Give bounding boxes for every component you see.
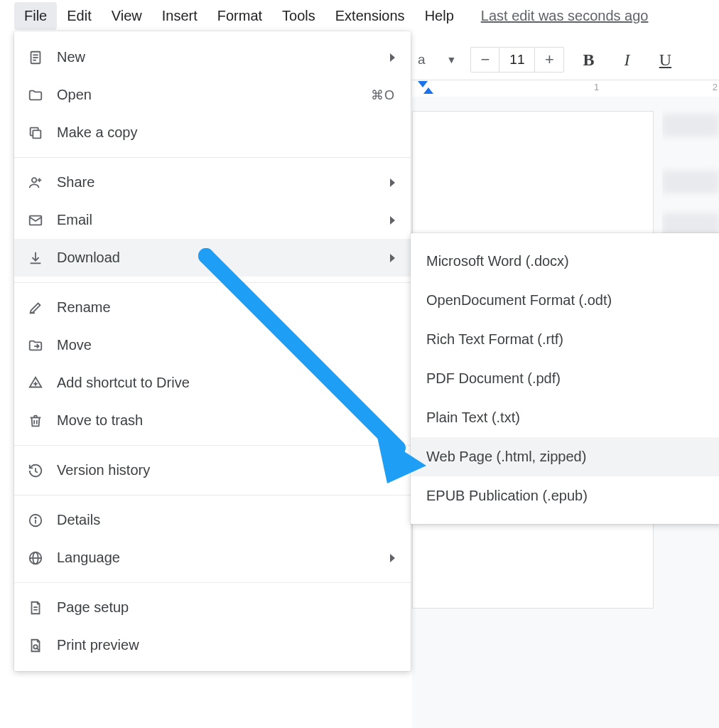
font-size-value[interactable]: 11 bbox=[499, 48, 535, 72]
menubar: File Edit View Insert Format Tools Exten… bbox=[0, 0, 719, 31]
svg-point-22 bbox=[33, 645, 38, 649]
file-menu-print-preview[interactable]: Print preview bbox=[14, 626, 411, 664]
menu-help[interactable]: Help bbox=[415, 2, 464, 30]
folder-icon bbox=[27, 87, 44, 104]
chevron-right-icon bbox=[390, 53, 395, 62]
menu-item-label: Share bbox=[57, 174, 377, 191]
font-family-dropdown[interactable]: a ▼ bbox=[412, 49, 462, 70]
menu-item-label: Version history bbox=[57, 462, 377, 478]
submenu-item-label: Microsoft Word (.docx) bbox=[426, 253, 569, 269]
submenu-item-label: Web Page (.html, zipped) bbox=[426, 449, 586, 465]
drive-add-icon bbox=[27, 375, 44, 392]
menu-item-shortcut: ⌘O bbox=[371, 87, 395, 103]
menu-separator bbox=[14, 495, 411, 496]
font-size-increase-button[interactable]: + bbox=[535, 48, 563, 72]
mail-icon bbox=[27, 212, 44, 229]
file-menu-download[interactable]: Download bbox=[14, 239, 411, 277]
download-html[interactable]: Web Page (.html, zipped) bbox=[411, 437, 719, 476]
file-menu-trash[interactable]: Move to trash bbox=[14, 402, 411, 439]
person-plus-icon bbox=[27, 174, 44, 191]
menu-extensions[interactable]: Extensions bbox=[325, 2, 415, 30]
file-menu-move[interactable]: Move bbox=[14, 326, 411, 364]
tab-marker-icon[interactable] bbox=[423, 87, 433, 94]
menu-item-label: Rename bbox=[57, 299, 395, 316]
submenu-item-label: EPUB Publication (.epub) bbox=[426, 488, 588, 504]
menu-separator bbox=[14, 582, 411, 583]
chevron-right-icon bbox=[390, 216, 395, 225]
chevron-right-icon bbox=[390, 466, 395, 475]
download-odt[interactable]: OpenDocument Format (.odt) bbox=[411, 281, 719, 320]
file-menu-share[interactable]: Share bbox=[14, 164, 411, 201]
download-txt[interactable]: Plain Text (.txt) bbox=[411, 398, 719, 437]
submenu-item-label: Plain Text (.txt) bbox=[426, 410, 520, 426]
file-menu-language[interactable]: Language bbox=[14, 539, 411, 577]
history-icon bbox=[27, 462, 44, 479]
menu-item-label: Print preview bbox=[57, 637, 395, 653]
menu-item-label: Download bbox=[57, 250, 377, 266]
menu-edit[interactable]: Edit bbox=[57, 2, 101, 30]
print-preview-icon bbox=[27, 637, 44, 654]
menu-insert[interactable]: Insert bbox=[152, 2, 207, 30]
file-menu-new[interactable]: New bbox=[14, 38, 411, 76]
submenu-item-label: PDF Document (.pdf) bbox=[426, 370, 561, 387]
ruler: 1 2 bbox=[412, 80, 719, 97]
menu-file[interactable]: File bbox=[14, 2, 57, 30]
download-icon bbox=[27, 250, 44, 267]
copy-icon bbox=[27, 124, 44, 141]
trash-icon bbox=[27, 412, 44, 429]
menu-item-label: Details bbox=[57, 512, 395, 528]
document-icon bbox=[27, 49, 44, 66]
download-pdf[interactable]: PDF Document (.pdf) bbox=[411, 359, 719, 398]
chevron-right-icon bbox=[390, 554, 395, 562]
last-edit-link[interactable]: Last edit was seconds ago bbox=[481, 8, 649, 24]
chevron-right-icon bbox=[390, 178, 395, 187]
info-icon bbox=[27, 512, 44, 529]
file-menu-email[interactable]: Email bbox=[14, 201, 411, 239]
menu-item-label: Page setup bbox=[57, 599, 395, 616]
menu-item-label: New bbox=[57, 49, 377, 65]
svg-point-5 bbox=[32, 178, 36, 182]
menu-item-label: Language bbox=[57, 550, 377, 566]
menu-item-label: Add shortcut to Drive bbox=[57, 375, 395, 391]
file-menu-rename[interactable]: Rename bbox=[14, 289, 411, 326]
pencil-icon bbox=[27, 299, 44, 316]
svg-rect-4 bbox=[33, 130, 40, 138]
file-menu-open[interactable]: Open ⌘O bbox=[14, 76, 411, 114]
menu-item-label: Move bbox=[57, 337, 395, 353]
globe-icon bbox=[27, 550, 44, 567]
font-family-label: a bbox=[418, 52, 426, 68]
chevron-right-icon bbox=[390, 254, 395, 262]
italic-button[interactable]: I bbox=[612, 47, 641, 73]
indent-marker-icon[interactable] bbox=[418, 81, 428, 87]
menu-item-label: Email bbox=[57, 212, 377, 228]
bold-button[interactable]: B bbox=[574, 47, 602, 73]
menu-separator bbox=[14, 157, 411, 158]
folder-move-icon bbox=[27, 337, 44, 354]
svg-point-16 bbox=[35, 517, 36, 518]
menu-view[interactable]: View bbox=[102, 2, 152, 30]
download-epub[interactable]: EPUB Publication (.epub) bbox=[411, 476, 719, 515]
ruler-tick: 1 bbox=[594, 82, 599, 92]
submenu-item-label: OpenDocument Format (.odt) bbox=[426, 292, 612, 309]
underline-button[interactable]: U bbox=[651, 47, 679, 73]
menu-item-label: Open bbox=[57, 87, 358, 103]
page-icon bbox=[27, 599, 44, 616]
file-menu-version-history[interactable]: Version history bbox=[14, 451, 411, 489]
download-submenu: Microsoft Word (.docx) OpenDocument Form… bbox=[411, 233, 719, 524]
download-rtf[interactable]: Rich Text Format (.rtf) bbox=[411, 320, 719, 359]
chevron-down-icon: ▼ bbox=[447, 54, 457, 65]
menu-format[interactable]: Format bbox=[207, 2, 272, 30]
file-menu-add-shortcut[interactable]: Add shortcut to Drive bbox=[14, 364, 411, 402]
menu-tools[interactable]: Tools bbox=[272, 2, 325, 30]
font-size-stepper: − 11 + bbox=[470, 47, 564, 73]
file-menu-make-copy[interactable]: Make a copy bbox=[14, 114, 411, 151]
menu-separator bbox=[14, 282, 411, 283]
file-menu-dropdown: New Open ⌘O Make a copy Share Email Down… bbox=[14, 31, 411, 671]
download-docx[interactable]: Microsoft Word (.docx) bbox=[411, 242, 719, 281]
menu-item-label: Make a copy bbox=[57, 124, 395, 141]
font-size-decrease-button[interactable]: − bbox=[471, 48, 499, 72]
svg-line-23 bbox=[37, 648, 39, 650]
file-menu-page-setup[interactable]: Page setup bbox=[14, 589, 411, 626]
file-menu-details[interactable]: Details bbox=[14, 501, 411, 539]
menu-item-label: Move to trash bbox=[57, 412, 395, 429]
